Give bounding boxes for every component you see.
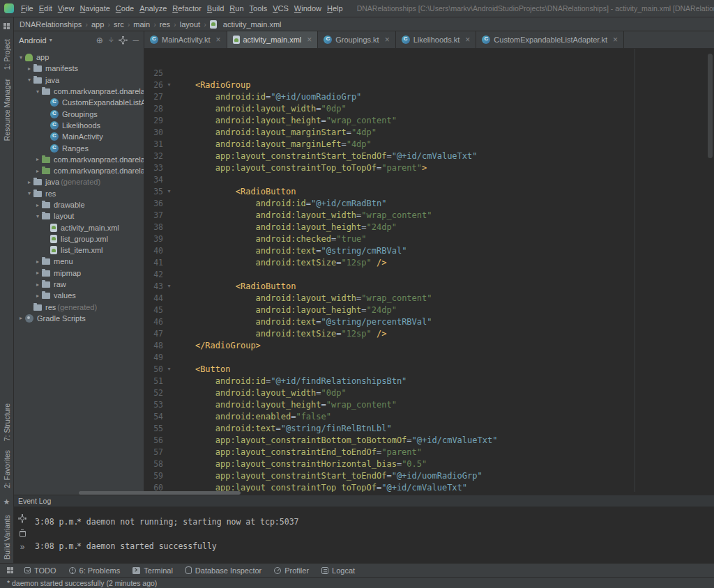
chevron-right-icon[interactable]: ▸ <box>33 156 42 162</box>
tree-item-com-markvanpraet-dnarelatio[interactable]: ▸com.markvanpraet.dnarelatio <box>14 154 144 165</box>
tab-mainactivity-kt[interactable]: MainActivity.kt× <box>144 31 227 48</box>
chevron-right-icon[interactable]: ▸ <box>33 281 42 288</box>
tab-activity-main-xml[interactable]: activity_main.xml× <box>227 31 319 48</box>
stripe-button-1-project[interactable]: 1: Project <box>3 39 11 70</box>
toolwindow-button-terminal[interactable]: Terminal <box>126 564 179 577</box>
tree-item-mipmap[interactable]: ▸mipmap <box>14 268 144 279</box>
tab-likelihoods-kt[interactable]: Likelihoods.kt× <box>396 31 477 48</box>
close-tab-icon[interactable]: × <box>307 35 312 45</box>
stripe-button-7-structure[interactable]: 7: Structure <box>3 403 11 441</box>
close-tab-icon[interactable]: × <box>613 35 618 45</box>
menu-build[interactable]: Build <box>204 4 227 13</box>
chevron-down-icon[interactable]: ▾ <box>33 213 42 219</box>
chevron-right-icon[interactable]: ▸ <box>33 258 42 265</box>
settings-gear-icon[interactable] <box>119 36 127 45</box>
fold-marker-icon[interactable]: ▾ <box>163 283 175 289</box>
collapse-all-icon[interactable]: ÷ <box>109 36 114 45</box>
tree-item-com-markvanpraet-dnarelationships[interactable]: ▾com.markvanpraet.dnarelationships <box>14 86 144 97</box>
project-view-selector[interactable]: Android ▾ <box>19 36 52 45</box>
menu-navigate[interactable]: Navigate <box>77 4 112 13</box>
tree-item-likelihoods[interactable]: Likelihoods <box>14 120 144 131</box>
tab-customexpandablelistadapter-kt[interactable]: CustomExpandableListAdapter.kt× <box>476 31 624 48</box>
tree-item-list-item-xml[interactable]: list_item.xml <box>14 245 144 256</box>
menu-code[interactable]: Code <box>113 4 137 13</box>
tree-item-res[interactable]: res (generated) <box>14 302 144 313</box>
code-text: android:text="@string/percentRBVal" <box>175 317 432 327</box>
event-log-header[interactable]: Event Log <box>14 495 714 507</box>
chevron-right-icon[interactable]: ▸ <box>25 65 33 72</box>
favorites-star-icon[interactable]: ★ <box>3 497 10 506</box>
fold-marker-icon[interactable]: ▾ <box>163 366 175 372</box>
hide-icon[interactable]: ─ <box>132 36 139 45</box>
breadcrumb-layout[interactable]: layout <box>180 20 200 29</box>
tab-groupings-kt[interactable]: Groupings.kt× <box>318 31 395 48</box>
stripe-button-resource-manager[interactable]: Resource Manager <box>3 79 11 141</box>
fold-marker-icon[interactable]: ▾ <box>163 82 175 88</box>
tree-item-com-markvanpraet-dnarelatio[interactable]: ▸com.markvanpraet.dnarelatio <box>14 165 144 176</box>
menu-file[interactable]: File <box>18 4 36 13</box>
breadcrumb-main[interactable]: main <box>133 20 150 29</box>
tree-item-list-group-xml[interactable]: list_group.xml <box>14 233 144 245</box>
tree-item-raw[interactable]: ▸raw <box>14 279 144 290</box>
clear-all-icon[interactable] <box>20 531 26 537</box>
close-tab-icon[interactable]: × <box>385 35 390 45</box>
menu-window[interactable]: Window <box>291 4 324 13</box>
settings-gear-icon[interactable] <box>18 514 26 523</box>
toolwindow-button-todo[interactable]: TODO <box>18 564 63 577</box>
menu-refactor[interactable]: Refactor <box>169 4 204 13</box>
tool-window-switcher-icon[interactable] <box>6 566 14 574</box>
menu-run[interactable]: Run <box>227 4 246 13</box>
toolwindow-button-logcat[interactable]: Logcat <box>315 564 361 577</box>
menu-edit[interactable]: Edit <box>36 4 55 13</box>
tree-item-customexpandablelistadapter[interactable]: CustomExpandableListAdapter <box>14 97 144 108</box>
breadcrumb-res[interactable]: res <box>160 20 170 29</box>
chevron-right-icon[interactable]: ▸ <box>17 315 25 321</box>
tree-item-layout[interactable]: ▾layout <box>14 210 144 222</box>
chevron-down-icon[interactable]: ▾ <box>17 54 25 61</box>
breadcrumb-activity-main-xml[interactable]: activity_main.xml <box>210 20 282 29</box>
toolwindow-button-database-inspector[interactable]: Database Inspector <box>179 564 268 577</box>
breadcrumb-src[interactable]: src <box>114 20 124 29</box>
chevron-right-icon[interactable]: ▸ <box>33 293 42 299</box>
toolwindow-button-profiler[interactable]: Profiler <box>268 564 315 577</box>
tree-item-values[interactable]: ▸values <box>14 290 144 301</box>
breadcrumb-app[interactable]: app <box>91 20 104 29</box>
editor-vertical-scrollbar[interactable] <box>708 54 713 158</box>
locate-icon[interactable]: ⊕ <box>96 36 103 45</box>
fold-marker-icon[interactable]: ▾ <box>163 188 175 194</box>
menu-help[interactable]: Help <box>324 4 346 13</box>
close-tab-icon[interactable]: × <box>215 35 220 45</box>
chevron-down-icon[interactable]: ▾ <box>25 190 33 196</box>
expand-icon[interactable]: » <box>20 543 25 550</box>
tree-item-label: com.markvanpraet.dnarelatio <box>54 167 144 175</box>
stripe-button-2-favorites[interactable]: 2: Favorites <box>3 450 11 488</box>
tree-item-app[interactable]: ▾app <box>14 52 144 63</box>
chevron-right-icon[interactable]: ▸ <box>25 179 33 185</box>
stripe-button-build-variants[interactable]: Build Variants <box>3 515 11 559</box>
tree-item-menu[interactable]: ▸menu <box>14 256 144 267</box>
chevron-right-icon[interactable]: ▸ <box>33 270 42 276</box>
chevron-down-icon[interactable]: ▾ <box>33 88 42 95</box>
tree-item-mainactivity[interactable]: MainActivity <box>14 131 144 142</box>
tool-window-grid-icon[interactable] <box>3 22 10 30</box>
tree-item-ranges[interactable]: Ranges <box>14 142 144 153</box>
chevron-right-icon[interactable]: ▸ <box>33 202 42 208</box>
tree-item-gradle-scripts[interactable]: ▸Gradle Scripts <box>14 313 144 324</box>
tree-item-res[interactable]: ▾res <box>14 188 144 199</box>
menu-analyze[interactable]: Analyze <box>137 4 169 13</box>
chevron-down-icon[interactable]: ▾ <box>25 77 33 83</box>
tree-item-java[interactable]: ▾java <box>14 75 144 86</box>
tree-item-manifests[interactable]: ▸manifests <box>14 63 144 74</box>
menu-vcs[interactable]: VCS <box>270 4 291 13</box>
menu-view[interactable]: View <box>55 4 77 13</box>
menu-tools[interactable]: Tools <box>247 4 271 13</box>
tree-item-drawable[interactable]: ▸drawable <box>14 199 144 210</box>
toolwindow-button-6-problems[interactable]: 6: Problems <box>63 564 127 577</box>
code-editor[interactable]: 2526▾ <RadioGroup27 android:id="@+id/uom… <box>144 49 714 492</box>
tree-item-groupings[interactable]: Groupings <box>14 108 144 119</box>
tree-item-java[interactable]: ▸java (generated) <box>14 176 144 187</box>
close-tab-icon[interactable]: × <box>465 35 470 45</box>
breadcrumb-dnarelationships[interactable]: DNARelationships <box>20 20 82 29</box>
tree-item-activity-main-xml[interactable]: activity_main.xml <box>14 222 144 233</box>
chevron-right-icon[interactable]: ▸ <box>33 168 42 174</box>
